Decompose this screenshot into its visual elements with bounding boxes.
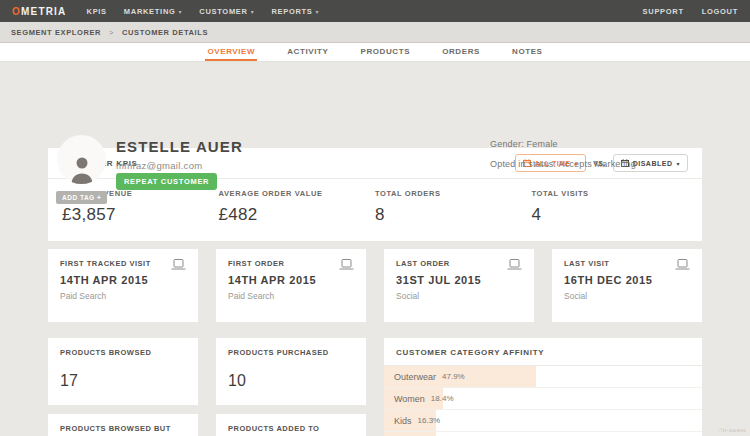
top-navigation: OMETRIA KPIS MARKETING▾ CUSTOMER▾ REPORT… xyxy=(0,0,750,22)
breadcrumb-separator: > xyxy=(109,28,114,37)
breadcrumb-customer-details: CUSTOMER DETAILS xyxy=(122,28,208,37)
affinity-row-activewear: Activewear16.2% xyxy=(384,432,702,436)
chevron-down-icon: ▾ xyxy=(316,8,320,15)
laptop-icon xyxy=(339,259,354,270)
laptop-icon xyxy=(675,259,690,270)
support-link[interactable]: SUPPORT xyxy=(643,7,684,16)
chevron-down-icon: ▾ xyxy=(251,8,255,15)
laptop-icon xyxy=(171,259,186,270)
tab-activity[interactable]: ACTIVITY xyxy=(285,43,330,61)
customer-category-affinity-panel: CUSTOMER CATEGORY AFFINITY Outerwear47.9… xyxy=(384,338,702,436)
avatar xyxy=(57,135,106,184)
logout-link[interactable]: LOGOUT xyxy=(702,7,738,16)
affinity-row-kids: Kids16.3% xyxy=(384,410,702,432)
customer-name: ESTELLE AUER xyxy=(116,138,243,155)
watermark: :!n-ooem xyxy=(718,427,746,433)
card-first-tracked-visit: FIRST TRACKED VISIT 14TH APR 2015 Paid S… xyxy=(48,249,198,322)
customer-email: mmraz@gmail.com xyxy=(116,160,202,171)
card-products-browsed-not-purchased: PRODUCTS BROWSED BUT NOT PURCHASED xyxy=(48,414,198,436)
laptop-icon xyxy=(507,259,522,270)
card-first-order: FIRST ORDER 14TH APR 2015 Paid Search xyxy=(216,249,366,322)
card-last-visit: LAST VISIT 16TH DEC 2015 Social xyxy=(552,249,702,322)
customer-meta: Gender: Female Opted in status: Accepts … xyxy=(490,139,636,179)
breadcrumb-segment-explorer[interactable]: SEGMENT EXPLORER xyxy=(11,28,101,37)
nav-item-customer[interactable]: CUSTOMER▾ xyxy=(199,7,254,16)
repeat-customer-badge: REPEAT CUSTOMER xyxy=(116,173,217,190)
customer-gender: Gender: Female xyxy=(490,139,636,149)
tab-overview[interactable]: OVERVIEW xyxy=(205,43,257,61)
kpi-total-orders: TOTAL ORDERS 8 xyxy=(375,189,532,225)
affinity-row-women: Women18.4% xyxy=(384,388,702,410)
person-icon xyxy=(70,154,94,184)
tab-products[interactable]: PRODUCTS xyxy=(358,43,412,61)
logo-first-letter: O xyxy=(12,6,21,17)
card-products-purchased: PRODUCTS PURCHASED 10 xyxy=(216,338,366,405)
card-last-order: LAST ORDER 31ST JUL 2015 Social xyxy=(384,249,534,322)
customer-header: ESTELLE AUER mmraz@gmail.com REPEAT CUST… xyxy=(0,62,750,148)
logo-rest: METRIA xyxy=(21,6,67,17)
tab-notes[interactable]: NOTES xyxy=(510,43,545,61)
kpi-average-order-value: AVERAGE ORDER VALUE £482 xyxy=(219,189,376,225)
stats-area: PRODUCTS BROWSED 17 PRODUCTS BROWSED BUT… xyxy=(48,338,702,436)
card-products-added-to-basket: PRODUCTS ADDED TO BASKET xyxy=(216,414,366,436)
customer-opted-in-status: Opted in status: Accepts Marketing xyxy=(490,159,636,169)
card-products-browsed: PRODUCTS BROWSED 17 xyxy=(48,338,198,405)
nav-item-marketing[interactable]: MARKETING▾ xyxy=(124,7,182,16)
tab-bar: OVERVIEW ACTIVITY PRODUCTS ORDERS NOTES xyxy=(0,43,750,62)
chevron-down-icon: ▾ xyxy=(676,160,680,167)
affinity-row-outerwear: Outerwear47.9% xyxy=(384,366,702,388)
tab-orders[interactable]: ORDERS xyxy=(440,43,482,61)
affinity-title: CUSTOMER CATEGORY AFFINITY xyxy=(396,348,690,357)
nav-item-reports[interactable]: REPORTS▾ xyxy=(271,7,319,16)
add-tag-button[interactable]: ADD TAG + xyxy=(56,191,107,204)
timeline-cards-row: FIRST TRACKED VISIT 14TH APR 2015 Paid S… xyxy=(48,249,702,322)
kpi-total-visits: TOTAL VISITS 4 xyxy=(532,189,689,225)
nav-item-kpis[interactable]: KPIS xyxy=(87,7,107,16)
chevron-down-icon: ▾ xyxy=(179,8,183,15)
breadcrumb: SEGMENT EXPLORER > CUSTOMER DETAILS xyxy=(0,22,750,43)
ometria-logo[interactable]: OMETRIA xyxy=(12,6,67,17)
